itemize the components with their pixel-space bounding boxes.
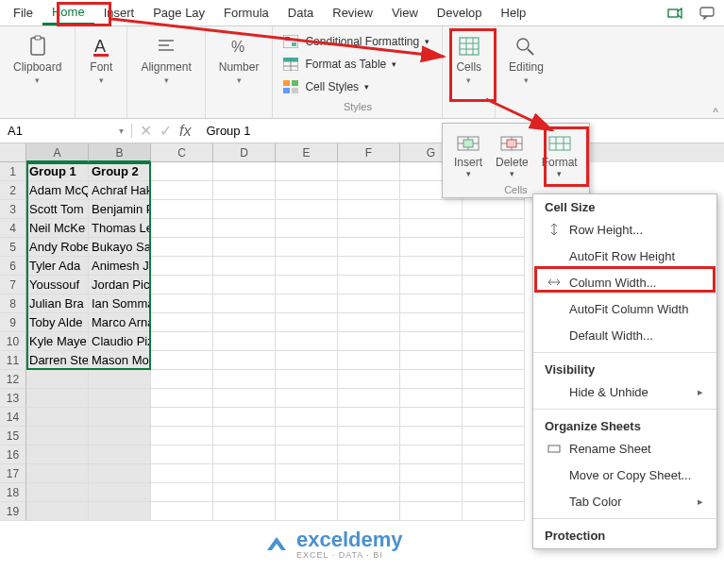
cell[interactable] bbox=[151, 162, 213, 181]
cell[interactable] bbox=[26, 502, 89, 521]
row-header[interactable]: 15 bbox=[0, 427, 26, 445]
row-header[interactable]: 17 bbox=[0, 464, 26, 483]
menu-autofit-col[interactable]: AutoFit Column Width bbox=[533, 295, 716, 322]
cell[interactable] bbox=[400, 313, 463, 332]
format-button[interactable]: Format ▾ bbox=[538, 129, 581, 180]
cell[interactable] bbox=[151, 276, 213, 294]
row-header[interactable]: 2 bbox=[0, 181, 26, 200]
cell[interactable] bbox=[276, 257, 338, 276]
cell[interactable] bbox=[213, 445, 276, 464]
row-header[interactable]: 1 bbox=[0, 162, 26, 181]
cell[interactable] bbox=[151, 257, 213, 276]
cell[interactable] bbox=[151, 294, 213, 313]
cell[interactable] bbox=[400, 257, 463, 276]
cell[interactable] bbox=[463, 427, 525, 445]
cell[interactable]: Julian Bra bbox=[26, 294, 89, 313]
editing-button[interactable]: Editing ▾ bbox=[503, 30, 549, 89]
cell[interactable] bbox=[338, 408, 400, 427]
font-button[interactable]: A Font ▾ bbox=[83, 30, 119, 89]
cell[interactable] bbox=[276, 389, 338, 408]
cell[interactable]: Group 2 bbox=[89, 162, 151, 181]
cell[interactable] bbox=[463, 483, 525, 502]
row-header[interactable]: 13 bbox=[0, 389, 26, 408]
cell-styles-button[interactable]: Cell Styles▾ bbox=[282, 77, 369, 96]
tab-file[interactable]: File bbox=[4, 2, 42, 24]
cell[interactable] bbox=[463, 313, 525, 332]
row-header[interactable]: 6 bbox=[0, 257, 26, 276]
clipboard-button[interactable]: Clipboard ▾ bbox=[8, 30, 67, 89]
cell[interactable] bbox=[213, 464, 276, 483]
cell[interactable]: Kyle Maye bbox=[26, 332, 89, 351]
tab-help[interactable]: Help bbox=[492, 2, 536, 24]
cell[interactable] bbox=[151, 389, 213, 408]
row-header[interactable]: 8 bbox=[0, 294, 26, 313]
cell[interactable] bbox=[463, 464, 525, 483]
cell[interactable] bbox=[26, 370, 89, 389]
cell[interactable] bbox=[151, 445, 213, 464]
cell[interactable]: Adam McQueen bbox=[26, 181, 89, 200]
cell[interactable] bbox=[89, 445, 151, 464]
menu-column-width[interactable]: Column Width... bbox=[533, 269, 716, 295]
number-button[interactable]: % Number ▾ bbox=[213, 30, 265, 89]
cell[interactable] bbox=[276, 313, 338, 332]
row-header[interactable]: 3 bbox=[0, 200, 26, 219]
cell[interactable] bbox=[276, 332, 338, 351]
cell[interactable] bbox=[213, 389, 276, 408]
col-header-C[interactable]: C bbox=[151, 143, 213, 162]
cell[interactable] bbox=[338, 332, 400, 351]
cell[interactable] bbox=[151, 181, 213, 200]
cell[interactable]: Scott Tom bbox=[26, 200, 89, 219]
cell[interactable] bbox=[463, 257, 525, 276]
menu-row-height[interactable]: Row Height... bbox=[533, 216, 716, 243]
col-header-E[interactable]: E bbox=[276, 143, 338, 162]
cell[interactable] bbox=[463, 332, 525, 351]
cell[interactable] bbox=[213, 370, 276, 389]
tab-home[interactable]: Home bbox=[42, 1, 94, 25]
cell[interactable] bbox=[151, 313, 213, 332]
cell[interactable] bbox=[276, 483, 338, 502]
tab-data[interactable]: Data bbox=[278, 2, 323, 24]
cell[interactable]: Tyler Ada bbox=[26, 257, 89, 276]
cell[interactable]: Bukayo Saka bbox=[89, 238, 151, 257]
cell[interactable] bbox=[463, 351, 525, 370]
cell[interactable] bbox=[400, 294, 463, 313]
cell[interactable]: Jordan Pickford bbox=[89, 276, 151, 294]
cell[interactable] bbox=[338, 219, 400, 238]
menu-default-width[interactable]: Default Width... bbox=[533, 322, 716, 348]
cell[interactable] bbox=[151, 483, 213, 502]
cell[interactable] bbox=[26, 389, 89, 408]
cell[interactable] bbox=[463, 294, 525, 313]
cell[interactable]: Andy Robe bbox=[26, 238, 89, 257]
cell[interactable]: Ian Sommar bbox=[89, 294, 151, 313]
cell[interactable] bbox=[276, 427, 338, 445]
cell[interactable] bbox=[213, 351, 276, 370]
row-header[interactable]: 18 bbox=[0, 483, 26, 502]
cell[interactable] bbox=[151, 370, 213, 389]
cell[interactable] bbox=[213, 408, 276, 427]
cell[interactable] bbox=[151, 332, 213, 351]
col-header-F[interactable]: F bbox=[338, 143, 400, 162]
row-header[interactable]: 10 bbox=[0, 332, 26, 351]
cell[interactable] bbox=[213, 483, 276, 502]
cell[interactable] bbox=[276, 502, 338, 521]
tab-formula[interactable]: Formula bbox=[214, 2, 278, 24]
row-header[interactable]: 19 bbox=[0, 502, 26, 521]
select-all-corner[interactable] bbox=[0, 143, 26, 162]
format-as-table-button[interactable]: Format as Table▾ bbox=[282, 55, 396, 74]
cell[interactable] bbox=[89, 464, 151, 483]
cancel-icon[interactable]: ✕ bbox=[140, 122, 152, 140]
cell[interactable] bbox=[400, 332, 463, 351]
cell[interactable] bbox=[276, 370, 338, 389]
cell[interactable] bbox=[89, 370, 151, 389]
cell[interactable] bbox=[276, 238, 338, 257]
cell[interactable] bbox=[89, 427, 151, 445]
cell[interactable] bbox=[400, 276, 463, 294]
cell[interactable] bbox=[338, 351, 400, 370]
cell[interactable]: Youssouf bbox=[26, 276, 89, 294]
cell[interactable] bbox=[276, 219, 338, 238]
cells-button[interactable]: Cells ▾ bbox=[450, 30, 487, 89]
cell[interactable] bbox=[89, 483, 151, 502]
cell[interactable] bbox=[151, 238, 213, 257]
cell[interactable] bbox=[400, 351, 463, 370]
cell[interactable] bbox=[400, 238, 463, 257]
